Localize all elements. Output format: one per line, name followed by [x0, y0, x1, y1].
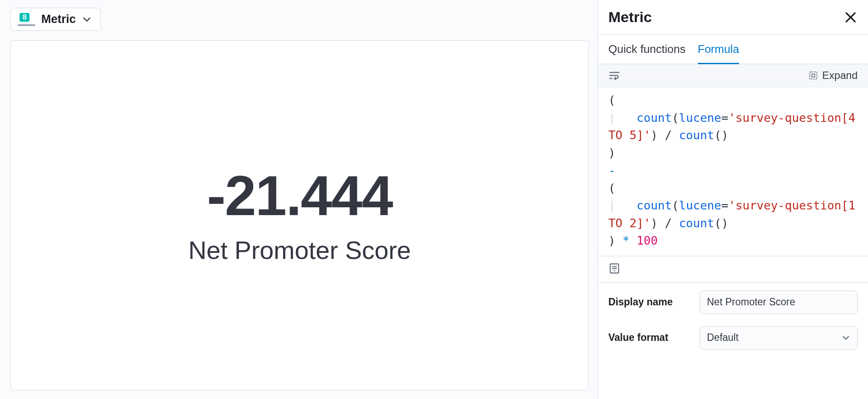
reference-bar [598, 256, 868, 283]
expand-editor-button[interactable]: Expand [809, 69, 858, 82]
main-canvas: 8 Metric -21.444 Net Promoter Score [0, 0, 597, 399]
formula-editor-toolbar: Expand [598, 64, 868, 87]
config-panel: Metric Quick functions Formula Expand ( … [597, 0, 868, 399]
svg-point-3 [614, 270, 615, 271]
formula-editor[interactable]: ( | count(lucene='survey-question[4 TO 5… [598, 87, 868, 256]
visualization-type-label: Metric [41, 13, 76, 26]
close-icon[interactable] [844, 10, 858, 24]
display-name-row: Display name Net Promoter Score [608, 291, 858, 314]
display-name-label: Display name [608, 296, 691, 308]
metric-badge: 8 [20, 13, 30, 22]
chevron-down-icon [82, 15, 92, 24]
metric-value: -21.444 [207, 166, 393, 226]
svg-rect-1 [812, 74, 815, 77]
value-format-select[interactable]: Default [700, 326, 858, 350]
tab-formula[interactable]: Formula [698, 35, 739, 64]
visualization-card: -21.444 Net Promoter Score [10, 40, 589, 390]
display-name-input[interactable]: Net Promoter Score [700, 291, 858, 314]
expand-icon [809, 71, 818, 80]
panel-header: Metric [598, 0, 868, 35]
metric-vis-icon: 8 [18, 13, 35, 26]
panel-tabs: Quick functions Formula [598, 35, 868, 64]
documentation-icon[interactable] [608, 262, 620, 275]
panel-title: Metric [608, 9, 652, 26]
expand-label: Expand [822, 69, 858, 82]
tab-quick-functions[interactable]: Quick functions [608, 35, 686, 64]
svg-rect-0 [809, 72, 817, 79]
value-format-row: Value format Default [608, 326, 858, 350]
config-form: Display name Net Promoter Score Value fo… [598, 283, 868, 350]
chevron-down-icon [842, 334, 850, 342]
word-wrap-icon[interactable] [608, 69, 620, 82]
value-format-label: Value format [608, 332, 691, 343]
metric-label: Net Promoter Score [188, 235, 411, 265]
visualization-type-selector[interactable]: 8 Metric [10, 8, 101, 31]
